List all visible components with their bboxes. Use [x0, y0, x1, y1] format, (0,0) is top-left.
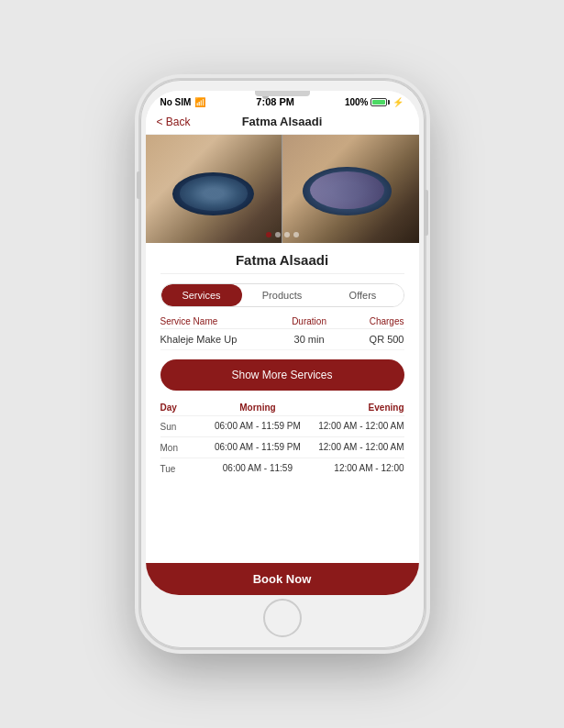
wifi-icon: 📶	[194, 97, 205, 107]
phone-notch	[255, 91, 310, 96]
page-title: Fatma Alsaadi	[242, 115, 323, 128]
header-charges: Charges	[349, 316, 404, 326]
evening-mon: 12:00 AM - 12:00 AM	[306, 441, 404, 454]
dot-3[interactable]	[284, 232, 290, 237]
schedule-table: Day Morning Evening Sun 06:00 AM - 11:59…	[160, 400, 404, 479]
service-charges-cell: QR 500	[349, 334, 404, 345]
day-mon: Mon	[160, 441, 209, 453]
service-table-header: Service Name Duration Charges	[160, 313, 404, 329]
morning-mon: 06:00 AM - 11:59 PM	[209, 441, 306, 454]
header-evening: Evening	[306, 403, 404, 413]
profile-name: Fatma Alsaadi	[160, 243, 404, 274]
tab-services[interactable]: Services	[161, 284, 242, 306]
status-right: 100% ⚡	[345, 97, 404, 107]
time-display: 7:08 PM	[256, 96, 294, 107]
gallery-image-1	[146, 135, 282, 243]
schedule-row-sun: Sun 06:00 AM - 11:59 PM 12:00 AM - 12:00…	[160, 415, 404, 436]
carrier-label: No SIM	[160, 97, 192, 107]
home-button[interactable]	[263, 599, 302, 637]
gallery-dots	[266, 232, 299, 237]
back-button[interactable]: < Back	[157, 116, 191, 128]
evening-tue: 12:00 AM - 12:00	[306, 462, 404, 475]
main-content: Fatma Alsaadi Services Products Offers S…	[146, 135, 419, 595]
header-duration: Duration	[269, 316, 350, 326]
morning-sun: 06:00 AM - 11:59 PM	[209, 420, 306, 433]
status-left: No SIM 📶	[160, 97, 206, 107]
image-gallery	[146, 135, 419, 243]
battery-icon	[370, 98, 390, 106]
day-tue: Tue	[160, 462, 209, 474]
tabs-bar: Services Products Offers	[160, 283, 404, 307]
service-name-cell: Khaleje Make Up	[160, 334, 269, 345]
evening-sun: 12:00 AM - 12:00 AM	[306, 420, 404, 433]
schedule-row-tue: Tue 06:00 AM - 11:59 12:00 AM - 12:00	[160, 458, 404, 479]
schedule-header: Day Morning Evening	[160, 400, 404, 415]
service-row: Khaleje Make Up 30 min QR 500	[160, 329, 404, 350]
gallery-image-2	[282, 135, 419, 243]
dot-4[interactable]	[293, 232, 299, 237]
morning-tue: 06:00 AM - 11:59	[209, 462, 306, 475]
tab-products[interactable]: Products	[242, 284, 323, 306]
phone-frame: No SIM 📶 7:08 PM 100% ⚡ < Back Fatma Als…	[140, 80, 425, 648]
dot-2[interactable]	[275, 232, 281, 237]
dot-1[interactable]	[266, 232, 271, 237]
schedule-row-mon: Mon 06:00 AM - 11:59 PM 12:00 AM - 12:00…	[160, 436, 404, 458]
header-service-name: Service Name	[160, 316, 269, 326]
gallery-images	[146, 135, 419, 243]
header-day: Day	[160, 403, 209, 413]
service-table: Service Name Duration Charges Khaleje Ma…	[160, 313, 404, 350]
day-sun: Sun	[160, 420, 209, 432]
battery-percent: 100%	[345, 97, 369, 107]
service-duration-cell: 30 min	[269, 334, 350, 345]
nav-bar: < Back Fatma Alsaadi	[146, 109, 419, 135]
header-morning: Morning	[209, 403, 306, 413]
phone-screen: No SIM 📶 7:08 PM 100% ⚡ < Back Fatma Als…	[146, 91, 419, 595]
show-more-services-button[interactable]: Show More Services	[160, 359, 404, 391]
charging-icon: ⚡	[393, 97, 404, 107]
tab-offers[interactable]: Offers	[323, 284, 404, 306]
book-now-button[interactable]: Book Now	[146, 563, 419, 595]
